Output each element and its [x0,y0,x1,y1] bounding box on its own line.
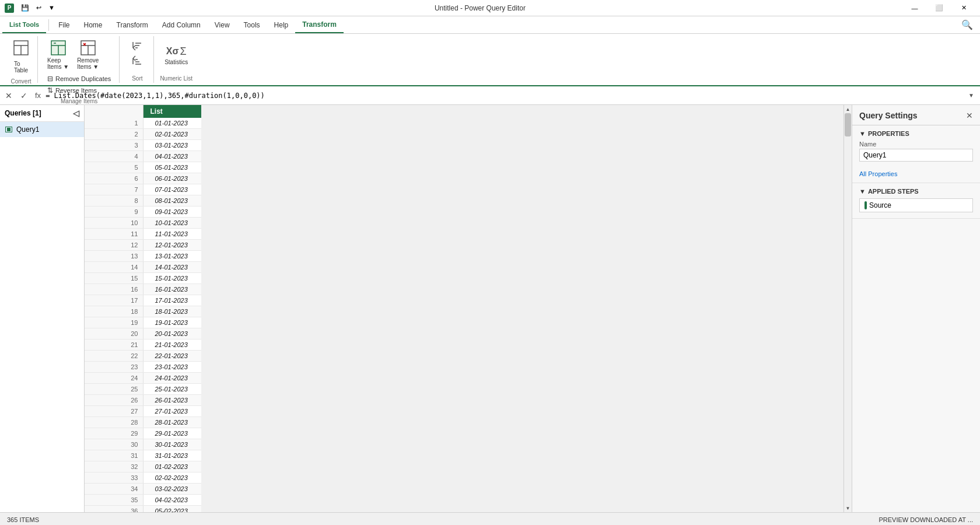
qs-close-button[interactable]: ✕ [966,111,973,120]
row-value: 04-01-2023 [143,151,201,162]
table-row: 3403-02-2023 [85,484,201,495]
row-number: 2 [85,129,143,140]
row-value: 25-01-2023 [143,384,201,395]
sort-buttons [125,37,149,73]
table-row: 707-01-2023 [85,184,201,195]
sigma-icon: Σ [180,46,186,58]
row-number: 26 [85,395,143,406]
data-area: List 101-01-2023202-01-2023303-01-202340… [85,105,844,512]
list-icon [5,127,12,132]
table-row: 1212-01-2023 [85,240,201,251]
tab-file[interactable]: File [51,16,76,33]
table-row: 1717-01-2023 [85,295,201,306]
row-number: 36 [85,506,143,513]
row-number: 11 [85,229,143,240]
queries-collapse-button[interactable]: ◁ [73,108,79,118]
search-icon[interactable]: 🔍 [957,19,978,30]
table-row: 101-01-2023 [85,118,201,129]
row-number: 7 [85,184,143,195]
row-value: 31-01-2023 [143,450,201,461]
dropdown-icon[interactable]: ▼ [46,3,57,13]
query-item-query1[interactable]: Query1 [0,122,84,137]
group-numeric-list: Xσ Σ Statistics Numeric List [155,36,197,83]
row-number: 8 [85,195,143,206]
qs-name-input[interactable] [859,149,973,162]
row-number: 34 [85,484,143,495]
table-row: 2424-01-2023 [85,373,201,384]
table-row: 808-01-2023 [85,195,201,206]
table-row: 1313-01-2023 [85,251,201,262]
sort-desc-button[interactable] [125,54,149,69]
scroll-up-button[interactable]: ▲ [844,105,852,113]
tab-home[interactable]: Home [76,16,109,33]
table-row: 1010-01-2023 [85,218,201,229]
save-icon[interactable]: 💾 [19,3,32,13]
row-value: 06-01-2023 [143,173,201,184]
title-bar-left: P 💾 ↩ ▼ [5,3,57,13]
table-row: 2222-01-2023 [85,351,201,362]
table-row: 606-01-2023 [85,173,201,184]
row-value: 22-01-2023 [143,351,201,362]
row-value: 18-01-2023 [143,306,201,317]
table-row: 2626-01-2023 [85,395,201,406]
tab-transform[interactable]: Transform [110,16,155,33]
tab-help[interactable]: Help [267,16,296,33]
scroll-thumb[interactable] [845,113,851,136]
formula-input[interactable] [46,92,963,100]
row-number: 6 [85,173,143,184]
table-row: 3504-02-2023 [85,495,201,506]
row-number: 1 [85,118,143,129]
step-source-label: Source [869,201,891,209]
tab-tools[interactable]: Tools [237,16,267,33]
to-table-label: ToTable [14,61,28,74]
remove-dup-icon: ⊟ [47,75,53,83]
minimize-button[interactable]: — [903,2,926,14]
formula-cancel-button[interactable]: ✕ [2,89,15,102]
row-number: 35 [85,495,143,506]
maximize-button[interactable]: ⬜ [928,2,951,14]
row-number-header [85,105,143,118]
separator [48,19,49,31]
formula-expand-button[interactable]: ▼ [965,89,978,102]
to-table-button[interactable]: ToTable [9,37,33,76]
convert-group-label: Convert [10,77,31,85]
row-value: 01-01-2023 [143,118,201,129]
table-row: 1919-01-2023 [85,317,201,328]
data-table-container[interactable]: List 101-01-2023202-01-2023303-01-202340… [85,105,844,512]
row-value: 20-01-2023 [143,328,201,340]
tab-transform-active[interactable]: Transform [295,16,344,33]
formula-confirm-button[interactable]: ✓ [18,89,30,102]
tab-list-tools[interactable]: List Tools [2,16,46,33]
table-row: 3201-02-2023 [85,461,201,473]
vertical-scrollbar[interactable]: ▲ ▼ [844,105,852,512]
tab-add-column[interactable]: Add Column [155,16,208,33]
steps-arrow: ▼ [859,188,866,195]
keep-items-button[interactable]: KeepItems ▼ [44,37,72,72]
row-number: 3 [85,140,143,151]
remove-dup-label: Remove Duplicates [55,75,111,82]
step-source[interactable]: Source [859,198,973,212]
row-number: 23 [85,362,143,373]
sort-asc-button[interactable] [125,37,149,52]
row-number: 32 [85,461,143,473]
row-number: 28 [85,417,143,428]
all-properties-link[interactable]: All Properties [859,170,897,177]
undo-icon[interactable]: ↩ [34,3,44,13]
row-number: 27 [85,406,143,417]
list-column-header: List [143,105,201,118]
close-button[interactable]: ✕ [952,2,975,14]
scroll-down-button[interactable]: ▼ [844,504,852,512]
remove-items-label: RemoveItems ▼ [77,57,99,70]
remove-duplicates-button[interactable]: ⊟ Remove Duplicates [44,74,114,84]
row-value: 16-01-2023 [143,284,201,295]
tab-view[interactable]: View [208,16,237,33]
row-number: 20 [85,328,143,340]
statistics-button[interactable]: Xσ Σ Statistics [161,43,191,68]
scroll-track[interactable] [844,113,852,504]
row-value: 23-01-2023 [143,362,201,373]
row-value: 26-01-2023 [143,395,201,406]
table-row: 1515-01-2023 [85,273,201,284]
table-row: 2929-01-2023 [85,428,201,439]
qs-properties-section: ▼ PROPERTIES Name All Properties [852,125,980,183]
remove-items-button[interactable]: RemoveItems ▼ [74,37,102,72]
